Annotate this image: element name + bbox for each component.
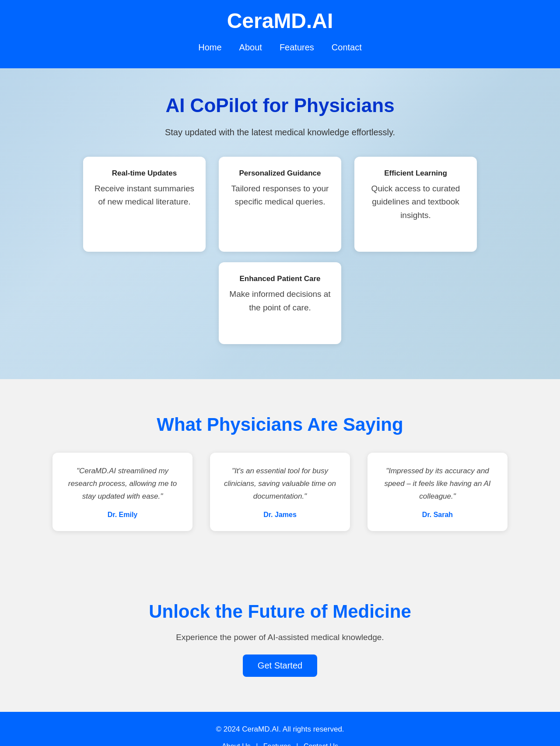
hero-subtitle: Stay updated with the latest medical kno… <box>18 125 542 139</box>
footer-copyright: © 2024 CeraMD.AI. All rights reserved. <box>18 725 542 734</box>
nav-features[interactable]: Features <box>273 40 321 55</box>
nav-home[interactable]: Home <box>191 40 228 55</box>
feature-card-enhanced: Enhanced Patient Care Make informed deci… <box>219 262 341 344</box>
cta-section: Unlock the Future of Medicine Experience… <box>0 566 560 712</box>
cta-heading: Unlock the Future of Medicine <box>18 601 542 622</box>
cta-description: Experience the power of AI-assisted medi… <box>18 631 542 644</box>
testimonial-quote-1: "It's an essential tool for busy clinici… <box>222 465 338 503</box>
footer-separator-1: | <box>256 742 258 746</box>
site-footer: © 2024 CeraMD.AI. All rights reserved. A… <box>0 712 560 746</box>
testimonial-card-1: "It's an essential tool for busy clinici… <box>210 453 350 531</box>
testimonials-section: What Physicians Are Saying "CeraMD.AI st… <box>0 379 560 566</box>
feature-cards-row1: Real-time Updates Receive instant summar… <box>18 157 542 252</box>
feature-desc-0: Receive instant summaries of new medical… <box>94 182 195 209</box>
footer-link-features[interactable]: Features <box>263 742 291 746</box>
testimonial-author-2: Dr. Sarah <box>380 511 495 519</box>
hero-section: AI CoPilot for Physicians Stay updated w… <box>0 68 560 379</box>
feature-card-efficient: Efficient Learning Quick access to curat… <box>354 157 477 252</box>
feature-cards-row2: Enhanced Patient Care Make informed deci… <box>18 262 542 344</box>
testimonial-quote-2: "Impressed by its accuracy and speed – i… <box>380 465 495 503</box>
footer-links: About Us | Features | Contact Us <box>18 742 542 746</box>
main-nav: Home About Features Contact <box>18 40 542 55</box>
feature-desc-2: Quick access to curated guidelines and t… <box>365 182 466 222</box>
testimonial-quote-0: "CeraMD.AI streamlined my research proce… <box>65 465 180 503</box>
testimonials-heading: What Physicians Are Saying <box>26 414 534 435</box>
testimonial-author-1: Dr. James <box>222 511 338 519</box>
site-logo: CeraMD.AI <box>18 9 542 33</box>
testimonial-card-0: "CeraMD.AI streamlined my research proce… <box>52 453 192 531</box>
nav-contact[interactable]: Contact <box>325 40 369 55</box>
footer-separator-2: | <box>296 742 298 746</box>
site-header: CeraMD.AI Home About Features Contact <box>0 0 560 68</box>
feature-title-2: Efficient Learning <box>365 169 466 178</box>
get-started-button[interactable]: Get Started <box>243 655 317 677</box>
footer-link-about[interactable]: About Us <box>222 742 251 746</box>
footer-link-contact[interactable]: Contact Us <box>304 742 338 746</box>
feature-card-realtime: Real-time Updates Receive instant summar… <box>83 157 206 252</box>
testimonials-grid: "CeraMD.AI streamlined my research proce… <box>26 453 534 531</box>
hero-heading: AI CoPilot for Physicians <box>18 95 542 116</box>
testimonial-card-2: "Impressed by its accuracy and speed – i… <box>368 453 508 531</box>
testimonial-author-0: Dr. Emily <box>65 511 180 519</box>
feature-card-personalized: Personalized Guidance Tailored responses… <box>219 157 341 252</box>
feature-desc-1: Tailored responses to your specific medi… <box>229 182 331 209</box>
feature-desc-3: Make informed decisions at the point of … <box>229 288 331 314</box>
nav-about[interactable]: About <box>232 40 269 55</box>
feature-title-1: Personalized Guidance <box>229 169 331 178</box>
feature-title-0: Real-time Updates <box>94 169 195 178</box>
feature-title-3: Enhanced Patient Care <box>229 274 331 283</box>
